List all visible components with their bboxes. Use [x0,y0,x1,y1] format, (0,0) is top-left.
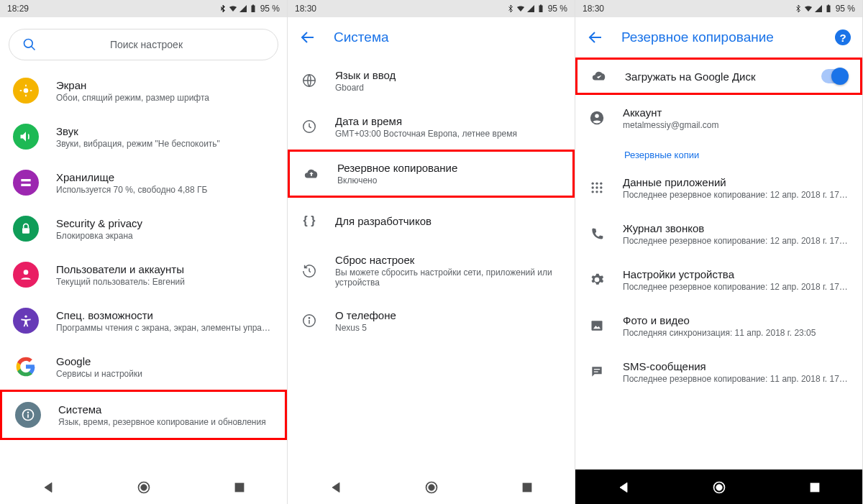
page-title: Система [334,29,389,45]
item-backup-drive[interactable]: Загружать на Google Диск [575,58,862,95]
nav-back-icon[interactable] [329,480,343,495]
info-icon [15,402,41,428]
nav-recent-icon[interactable] [521,481,534,494]
nav-home-icon[interactable] [712,480,726,495]
phone-icon [588,225,606,242]
svg-point-34 [592,183,594,185]
item-sub: Язык, время, резервное копирование и обн… [58,417,272,427]
svg-rect-16 [27,414,29,418]
volume-icon [13,124,39,150]
item-title: Настройки устройства [623,268,849,280]
item-sub: Последнее резервное копирование: 12 апр.… [623,190,849,200]
item-sound[interactable]: ЗвукЗвуки, вибрация, режим "Не беспокоит… [0,114,287,160]
item-sub: Gboard [335,83,562,93]
svg-line-3 [32,47,35,50]
page-title: Резервное копирование [621,29,774,45]
item-sub: Сервисы и настройки [56,369,274,379]
item-account[interactable]: Аккаунтmetalmessiy@gmail.com [575,95,862,141]
settings-list[interactable]: ЭкранОбои, спящий режим, размер шрифта З… [0,68,287,469]
google-icon [13,354,39,380]
item-sub: Программы чтения с экрана, экран, элемен… [56,323,274,333]
svg-rect-46 [811,483,819,492]
nav-recent-icon[interactable] [808,481,821,494]
item-system[interactable]: СистемаЯзык, время, резервное копировани… [0,390,287,440]
svg-rect-19 [235,483,244,492]
item-photos[interactable]: Фото и видеоПоследняя синхронизация: 11 … [575,303,862,349]
item-call-log[interactable]: Журнал звонковПоследнее резервное копиро… [575,211,862,257]
item-users[interactable]: Пользователи и аккаунтыТекущий пользоват… [0,252,287,298]
storage-icon [13,170,39,196]
item-title: Пользователи и аккаунты [56,263,274,275]
item-title: Аккаунт [623,106,849,119]
apps-icon [588,179,606,196]
wifi-icon [229,4,237,13]
item-sub: Используется 70 %, свободно 4,88 ГБ [56,185,274,195]
svg-rect-10 [21,184,30,186]
item-developer[interactable]: { } Для разработчиков [288,198,575,244]
nav-back-icon[interactable] [616,480,631,495]
item-backup[interactable]: Резервное копированиеВключено [288,150,575,198]
clock: 18:30 [583,4,604,14]
item-title: Security & privacy [56,217,274,229]
person-icon [13,262,39,288]
item-sub: GMT+03:00 Восточная Европа, летнее время [335,129,562,139]
svg-rect-9 [21,179,30,181]
item-sub: Включено [337,175,560,185]
item-sms[interactable]: SMS-сообщенияПоследнее резервное копиров… [575,349,862,395]
item-app-data[interactable]: Данные приложенийПоследнее резервное коп… [575,165,862,211]
clock: 18:29 [7,4,29,14]
item-google[interactable]: GoogleСервисы и настройки [0,344,287,390]
item-about[interactable]: О телефонеNexus 5 [288,298,575,344]
clock-icon [301,118,318,135]
account-icon [588,109,606,127]
item-display[interactable]: ЭкранОбои, спящий режим, размер шрифта [0,68,287,114]
nav-back-icon[interactable] [41,480,55,495]
item-accessibility[interactable]: Спец. возможностиПрограммы чтения с экра… [0,298,287,344]
item-sub: Звуки, вибрация, режим "Не беспокоить" [56,139,274,149]
svg-point-40 [592,191,594,193]
battery-icon [536,4,545,13]
item-security[interactable]: Security & privacyБлокировка экрана [0,206,287,252]
signal-icon [814,4,823,13]
help-icon[interactable]: ? [835,29,851,45]
item-title: Для разработчиков [335,215,562,227]
back-arrow-icon[interactable] [299,29,316,46]
search-input[interactable]: Поиск настроек [9,29,278,60]
item-language[interactable]: Язык и вводGboard [288,58,575,104]
status-icons [794,4,833,13]
svg-point-33 [595,114,599,119]
svg-rect-30 [826,6,830,13]
battery-percent: 95 % [260,4,280,14]
toggle-switch[interactable] [821,69,847,83]
nav-bar [0,469,287,504]
svg-rect-29 [523,483,531,492]
back-arrow-icon[interactable] [587,29,604,46]
nav-recent-icon[interactable] [233,481,246,494]
nav-home-icon[interactable] [424,480,439,495]
item-reset[interactable]: Сброс настроекВы можете сбросить настрой… [288,244,575,298]
info-outline-icon [301,312,318,329]
item-sub: Последнее резервное копирование: 12 апр.… [623,282,849,292]
system-list[interactable]: Язык и вводGboard Дата и времяGMT+03:00 … [288,58,575,469]
item-datetime[interactable]: Дата и времяGMT+03:00 Восточная Европа, … [288,104,575,150]
svg-rect-31 [828,5,829,6]
svg-point-2 [24,40,33,48]
accessibility-icon [13,308,39,334]
item-sub: Последняя синхронизация: 11 апр. 2018 г.… [623,328,849,338]
nav-bar [288,469,575,504]
status-right: 95 % [794,4,855,14]
status-bar: 18:30 95 % [288,0,575,17]
search-icon [22,37,37,52]
item-title: О телефоне [335,309,562,321]
nav-home-icon[interactable] [137,480,151,495]
item-device-settings[interactable]: Настройки устройстваПоследнее резервное … [575,257,862,303]
clock: 18:30 [295,4,316,14]
svg-point-18 [141,484,147,490]
item-storage[interactable]: ХранилищеИспользуется 70 %, свободно 4,8… [0,160,287,206]
status-bar: 18:29 95 % [0,0,287,17]
lock-icon [13,216,39,242]
backup-list[interactable]: Загружать на Google Диск Аккаунтmetalmes… [575,58,862,469]
svg-point-26 [309,318,309,319]
svg-point-41 [595,191,598,193]
status-bar: 18:30 95 % [575,0,862,17]
